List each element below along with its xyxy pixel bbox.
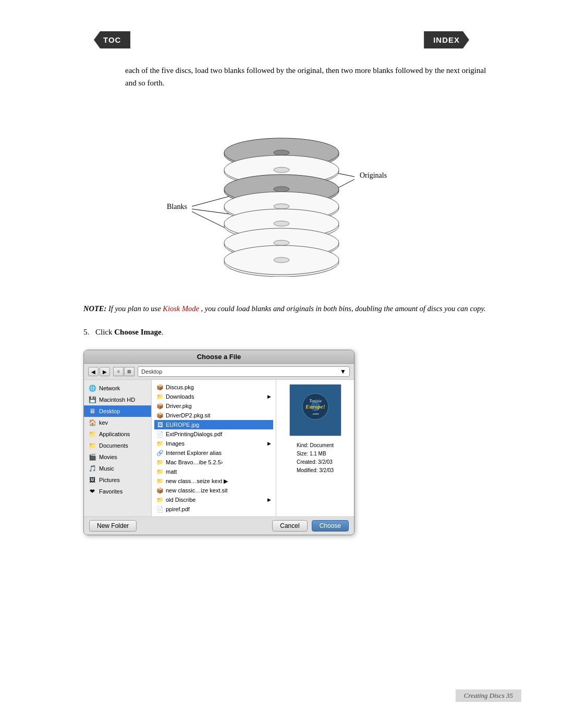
documents-icon: 📁 <box>88 441 96 450</box>
file-images[interactable]: 📁 Images ▶ <box>154 439 273 448</box>
choose-button[interactable]: Choose <box>312 520 349 532</box>
kiosk-mode-text: Kiosk Mode <box>163 304 199 313</box>
sidebar-item-macintosh-hd[interactable]: 💾 Macintosh HD <box>84 394 151 405</box>
file-icon-europe: 🖼 <box>156 421 164 428</box>
file-icon-images: 📁 <box>156 440 164 447</box>
file-newclassic[interactable]: 📦 new classic…ize kext.sit <box>154 486 273 495</box>
list-view-button[interactable]: ≡ <box>113 367 124 376</box>
sidebar-item-favorites[interactable]: ❤ Favorites <box>84 486 151 497</box>
note-bold-label: NOTE: <box>83 304 106 313</box>
toc-button[interactable]: TOC <box>94 31 130 48</box>
back-button[interactable]: ◀ <box>88 367 99 376</box>
sidebar-movies-label: Movies <box>99 454 117 460</box>
dialog-box: Choose a File ◀ ▶ ≡ ⊞ <box>83 350 354 535</box>
pictures-icon: 🖼 <box>88 476 96 484</box>
file-driver[interactable]: 📦 Driver.pkg <box>154 401 273 411</box>
desktop-icon: 🖥 <box>88 407 96 415</box>
note-prefix: If you plan to use <box>108 304 163 313</box>
sidebar-item-kev[interactable]: 🏠 kev <box>84 417 151 428</box>
preview-image: Tunisia Europe! .com <box>289 384 341 436</box>
sidebar-desktop-label: Desktop <box>99 408 120 414</box>
sidebar-item-music[interactable]: 🎵 Music <box>84 463 151 474</box>
step-prefix: Click <box>95 328 114 336</box>
movies-icon: 🎬 <box>88 453 96 461</box>
file-olddiscribe[interactable]: 📁 old Discribe ▶ <box>154 495 273 504</box>
file-label-matt: matt <box>166 468 177 475</box>
dialog-title: Choose a File <box>197 353 241 361</box>
diagram-area: Blanks Originals <box>151 110 412 277</box>
sidebar-hd-label: Macintosh HD <box>99 397 135 403</box>
file-ie-alias[interactable]: 🔗 Internet Explorer alias <box>154 448 273 458</box>
index-button[interactable]: INDEX <box>424 31 469 48</box>
forward-icon: ▶ <box>103 369 107 375</box>
file-icon-olddiscribe: 📁 <box>156 496 164 503</box>
location-text: Desktop <box>141 368 162 375</box>
icon-view-button[interactable]: ⊞ <box>124 367 134 376</box>
list-view-icon: ≡ <box>117 369 119 374</box>
arrow-olddiscribe: ▶ <box>267 497 271 502</box>
new-folder-button[interactable]: New Folder <box>89 520 137 532</box>
disc-svg: Blanks Originals <box>151 110 412 277</box>
svg-point-22 <box>274 240 289 245</box>
favorites-icon: ❤ <box>88 487 96 496</box>
dropdown-arrow-icon: ▼ <box>340 368 346 375</box>
file-label-downloads: Downloads <box>166 393 194 400</box>
sidebar-item-network[interactable]: 🌐 Network <box>84 382 151 394</box>
file-label-discus: Discus.pkg <box>166 384 194 390</box>
file-icon-extprinting: 📄 <box>156 430 164 438</box>
svg-point-16 <box>274 204 289 209</box>
file-matt[interactable]: 📁 matt <box>154 467 273 476</box>
file-label-newclassic: new classic…ize kext.sit <box>166 487 228 493</box>
sidebar-music-label: Music <box>99 465 114 472</box>
file-label-images: Images <box>166 440 185 447</box>
intro-content: each of the five discs, load two blanks … <box>125 66 486 87</box>
page-container: TOC INDEX each of the five discs, load t… <box>0 0 563 728</box>
step-section: 5. Click Choose Image. <box>42 328 521 337</box>
file-icon-newclass: 📁 <box>156 477 164 485</box>
blanks-label: Blanks <box>167 203 187 211</box>
file-icon-driverdp2: 📦 <box>156 412 164 419</box>
index-label: INDEX <box>433 35 460 44</box>
sidebar-kev-label: kev <box>99 419 108 426</box>
file-driverdp2[interactable]: 📦 DriverDP2.pkg.sit <box>154 411 273 420</box>
sidebar-item-movies[interactable]: 🎬 Movies <box>84 451 151 463</box>
note-rest: , you could load blanks and originals in… <box>201 304 486 313</box>
svg-text:Europe!: Europe! <box>305 403 325 410</box>
step-bold: Choose Image <box>114 328 161 336</box>
svg-text:Tunisia: Tunisia <box>309 399 322 403</box>
sidebar-item-applications[interactable]: 📁 Applications <box>84 428 151 440</box>
file-label-ppiref: ppiref.pdf <box>166 506 190 512</box>
file-europe[interactable]: 🖼 EUROPE.jpg <box>154 420 273 429</box>
file-label-driver: Driver.pkg <box>166 403 192 409</box>
preview-info: Kind: Document Size: 1.1 MB Created: 3/2… <box>297 441 334 475</box>
footer-actions: Cancel Choose <box>272 520 349 532</box>
location-bar[interactable]: Desktop ▼ <box>138 366 350 377</box>
sidebar-item-desktop[interactable]: 🖥 Desktop <box>84 405 151 417</box>
sidebar-panel: 🌐 Network 💾 Macintosh HD 🖥 Desktop 🏠 kev <box>84 380 152 516</box>
toc-label: TOC <box>103 35 121 44</box>
back-icon: ◀ <box>91 369 95 375</box>
preview-panel: Tunisia Europe! .com Kind: Document Size… <box>276 380 354 516</box>
sidebar-item-documents[interactable]: 📁 Documents <box>84 440 151 451</box>
file-discus[interactable]: 📦 Discus.pkg <box>154 382 273 392</box>
sidebar-network-label: Network <box>99 385 120 391</box>
svg-point-25 <box>274 257 289 263</box>
file-downloads[interactable]: 📁 Downloads ▶ <box>154 392 273 401</box>
file-newclass[interactable]: 📁 new class…seize kext ▶ <box>154 476 273 486</box>
file-panel: 📦 Discus.pkg 📁 Downloads ▶ 📦 Driver.pkg … <box>152 380 276 516</box>
file-icon-matt: 📁 <box>156 468 164 475</box>
file-extprinting[interactable]: 📄 ExtPrintingDialogs.pdf <box>154 429 273 439</box>
file-macbravo[interactable]: 📁 Mac Bravo…ibe 5.2.5› <box>154 458 273 467</box>
svg-text:.com: .com <box>312 412 319 415</box>
intro-text: each of the five discs, load two blanks … <box>42 64 521 89</box>
sidebar-item-pictures[interactable]: 🖼 Pictures <box>84 474 151 486</box>
cancel-button[interactable]: Cancel <box>272 520 307 532</box>
forward-button[interactable]: ▶ <box>100 367 110 376</box>
svg-point-7 <box>274 150 289 155</box>
page-footer: Creating Discs 35 <box>456 689 521 702</box>
sidebar-applications-label: Applications <box>99 431 130 437</box>
size-info: Size: 1.1 MB <box>297 450 334 458</box>
file-ppiref[interactable]: 📄 ppiref.pdf <box>154 504 273 514</box>
file-icon-ie: 🔗 <box>156 449 164 456</box>
chapter-text: Creating Discs <box>464 692 505 699</box>
